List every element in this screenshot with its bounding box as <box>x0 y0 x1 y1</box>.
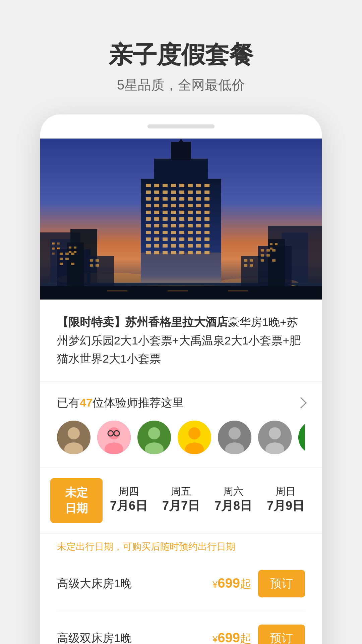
svg-rect-70 <box>188 224 193 227</box>
svg-rect-67 <box>163 224 168 227</box>
svg-rect-28 <box>171 191 176 194</box>
room-list: 高级大床房1晚 ¥699起 预订 高级双床房1晚 ¥699起 预订 <box>40 556 322 644</box>
room-price-2: ¥699起 <box>213 630 251 644</box>
svg-rect-23 <box>196 184 201 187</box>
svg-rect-26 <box>154 191 159 194</box>
svg-rect-21 <box>179 184 184 187</box>
svg-rect-36 <box>171 197 176 201</box>
description-text: 【限时特卖】苏州香格里拉大酒店豪华房1晚+苏州梦幻乐园2大1小套票+大禹温泉2大… <box>57 313 305 368</box>
date-item-sun[interactable]: 周日 7月9日 <box>259 478 312 523</box>
date-item-sat[interactable]: 周六 7月8日 <box>207 478 259 523</box>
svg-rect-127 <box>96 259 99 262</box>
svg-rect-38 <box>188 197 193 201</box>
svg-rect-63 <box>196 217 201 221</box>
svg-point-161 <box>148 427 160 439</box>
svg-rect-120 <box>60 263 63 265</box>
date-num-sat: 7月8日 <box>210 498 256 514</box>
svg-rect-57 <box>146 217 151 221</box>
avatar <box>57 421 90 454</box>
svg-rect-56 <box>204 211 209 214</box>
svg-rect-73 <box>146 231 151 234</box>
avatar <box>218 421 251 454</box>
svg-rect-69 <box>179 224 184 227</box>
price-num-2: 699 <box>218 630 240 644</box>
svg-rect-78 <box>188 231 193 234</box>
svg-rect-129 <box>96 264 99 267</box>
reviewers-prefix: 已有 <box>57 396 80 409</box>
date-section[interactable]: 未定日期 周四 7月6日 周五 7月7日 周六 7月8日 周日 7月9日 <box>40 468 322 534</box>
hotel-image <box>40 139 322 300</box>
page-title: 亲子度假套餐 <box>109 40 253 69</box>
date-item-fri[interactable]: 周五 7月7日 <box>155 478 207 523</box>
svg-rect-85 <box>179 237 184 241</box>
svg-rect-54 <box>188 211 193 214</box>
reviewers-count: 47 <box>80 396 93 409</box>
svg-rect-24 <box>204 184 209 187</box>
svg-rect-133 <box>261 249 264 252</box>
price-num-1: 699 <box>218 576 240 590</box>
avatar <box>137 421 171 454</box>
svg-rect-72 <box>204 224 209 227</box>
svg-rect-92 <box>171 244 176 248</box>
svg-rect-33 <box>146 197 151 201</box>
svg-rect-147 <box>40 286 322 300</box>
avatar <box>97 421 131 454</box>
svg-rect-9 <box>57 243 60 245</box>
svg-rect-30 <box>188 191 193 194</box>
svg-rect-150 <box>228 290 248 291</box>
svg-rect-135 <box>272 249 276 252</box>
svg-rect-86 <box>188 237 193 241</box>
svg-rect-118 <box>60 258 63 260</box>
svg-rect-122 <box>69 247 71 249</box>
svg-rect-144 <box>250 259 253 262</box>
book-button-2[interactable]: 预订 <box>258 625 305 644</box>
svg-rect-149 <box>168 290 188 291</box>
svg-rect-32 <box>204 191 209 194</box>
svg-rect-14 <box>154 159 208 185</box>
reviewers-section[interactable]: 已有47位体验师推荐这里 <box>40 382 322 468</box>
date-day-sun: 周日 <box>263 485 308 498</box>
svg-rect-10 <box>52 248 55 250</box>
svg-rect-123 <box>74 247 76 249</box>
svg-rect-58 <box>154 217 159 221</box>
room-price-1: ¥699起 <box>213 576 251 592</box>
svg-rect-62 <box>188 217 193 221</box>
date-day-thu: 周四 <box>106 485 152 498</box>
date-day-fri: 周五 <box>158 485 204 498</box>
svg-rect-139 <box>272 259 276 262</box>
date-item-thu[interactable]: 周四 7月6日 <box>103 478 155 523</box>
svg-rect-37 <box>179 197 184 201</box>
svg-rect-66 <box>154 224 159 227</box>
svg-rect-25 <box>146 191 151 194</box>
room-name-2: 高级双床房1晚 <box>57 631 132 644</box>
svg-rect-34 <box>154 197 159 201</box>
svg-rect-128 <box>90 264 93 267</box>
avatar <box>258 421 292 454</box>
book-button-1[interactable]: 预订 <box>258 570 305 597</box>
reviewers-header[interactable]: 已有47位体验师推荐这里 <box>57 395 305 411</box>
svg-rect-136 <box>261 254 264 257</box>
date-num-sun: 7月9日 <box>263 498 308 514</box>
page-subtitle: 5星品质，全网最低价 <box>109 76 253 94</box>
svg-rect-125 <box>74 251 76 253</box>
date-row: 未定日期 周四 7月6日 周五 7月7日 周六 7月8日 周日 7月9日 <box>40 478 322 523</box>
date-item-undecided[interactable]: 未定日期 <box>50 478 103 523</box>
svg-rect-137 <box>266 254 270 257</box>
svg-rect-61 <box>179 217 184 221</box>
room-right-2: ¥699起 预订 <box>213 625 305 644</box>
phone-frame: 【限时特卖】苏州香格里拉大酒店豪华房1晚+苏州梦幻乐园2大1小套票+大禹温泉2大… <box>40 114 322 644</box>
svg-rect-20 <box>171 184 176 187</box>
date-hint: 未定出行日期，可购买后随时预约出行日期 <box>40 534 322 556</box>
svg-rect-77 <box>179 231 184 234</box>
svg-rect-96 <box>204 244 209 248</box>
room-item-2: 高级双床房1晚 ¥699起 预订 <box>57 611 305 644</box>
svg-rect-124 <box>69 251 71 253</box>
svg-rect-59 <box>163 217 168 221</box>
svg-rect-148 <box>107 290 127 291</box>
description-section: 【限时特卖】苏州香格里拉大酒店豪华房1晚+苏州梦幻乐园2大1小套票+大禹温泉2大… <box>40 300 322 381</box>
svg-rect-134 <box>266 249 270 252</box>
price-currency-2: ¥ <box>213 634 218 644</box>
svg-point-164 <box>188 427 200 439</box>
svg-rect-65 <box>146 224 151 227</box>
svg-rect-45 <box>179 204 184 207</box>
